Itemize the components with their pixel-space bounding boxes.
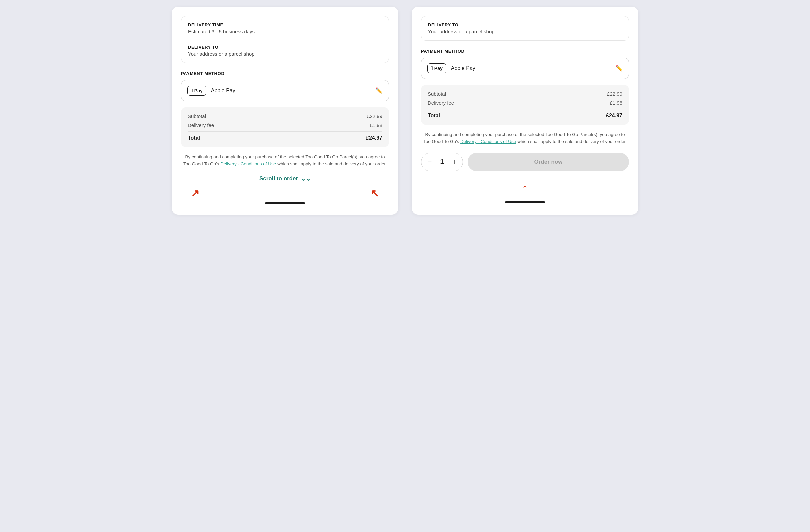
up-arrow-annotation: ↑	[421, 181, 629, 195]
payment-left-right:  Pay Apple Pay	[427, 63, 475, 73]
home-bar-left	[181, 202, 389, 204]
payment-left:  Pay Apple Pay	[187, 86, 235, 96]
page-wrapper: DELIVERY TIME Estimated 3 - 5 business d…	[172, 7, 638, 215]
arrow-left-annotation: ↗	[191, 188, 199, 198]
delivery-fee-row-right: Delivery fee £1.98	[428, 100, 622, 106]
terms-text-2-left: which shall apply to the sale and delive…	[276, 161, 387, 166]
delivery-fee-row-left: Delivery fee £1.98	[188, 122, 382, 128]
order-controls-wrapper: − 1 + Order now ↑	[421, 153, 629, 195]
payment-method-title-right: PAYMENT METHOD	[421, 49, 629, 54]
apple-pay-badge-text-right: Pay	[434, 66, 443, 71]
total-value-right: £24.97	[606, 113, 622, 119]
delivery-time-block: DELIVERY TIME Estimated 3 - 5 business d…	[188, 22, 382, 34]
red-up-arrow-icon: ↑	[522, 181, 528, 195]
home-bar-right	[421, 201, 629, 203]
payment-card-right:  Pay Apple Pay ✏️	[421, 58, 629, 79]
left-panel: DELIVERY TIME Estimated 3 - 5 business d…	[172, 7, 398, 215]
subtotal-label-left: Subtotal	[188, 113, 206, 119]
subtotal-label-right: Subtotal	[428, 91, 446, 97]
delivery-section-right: DELIVERY TO Your address or a parcel sho…	[421, 16, 629, 41]
delivery-section-left: DELIVERY TIME Estimated 3 - 5 business d…	[181, 16, 389, 63]
stepper-value: 1	[436, 158, 448, 166]
apple-pay-name-left: Apple Pay	[211, 88, 235, 94]
terms-text-2-right: which shall apply to the sale and delive…	[516, 139, 627, 144]
arrow-right-annotation: ↖	[371, 188, 379, 198]
delivery-fee-label-right: Delivery fee	[428, 100, 454, 106]
total-row-right: Total £24.97	[428, 109, 622, 119]
red-arrow-right-icon: ↖	[371, 188, 379, 198]
stepper-plus-button[interactable]: +	[448, 156, 461, 168]
subtotal-value-right: £22.99	[607, 91, 622, 97]
price-summary-right: Subtotal £22.99 Delivery fee £1.98 Total…	[421, 85, 629, 125]
subtotal-row-left: Subtotal £22.99	[188, 113, 382, 119]
delivery-to-label-right: DELIVERY TO	[428, 22, 622, 27]
apple-pay-badge-text: Pay	[194, 88, 202, 93]
terms-link-left[interactable]: Delivery - Conditions of Use	[220, 161, 276, 166]
payment-card-left:  Pay Apple Pay ✏️	[181, 80, 389, 101]
edit-payment-icon-left[interactable]: ✏️	[375, 87, 383, 94]
chevron-down-icon: ⌄⌄	[301, 175, 311, 182]
red-arrow-left-icon: ↗	[191, 188, 199, 198]
apple-pay-badge-right:  Pay	[427, 63, 446, 73]
apple-pay-badge-left:  Pay	[187, 86, 206, 96]
delivery-fee-value-left: £1.98	[370, 122, 382, 128]
scroll-to-order-cta[interactable]: Scroll to order ⌄⌄	[181, 175, 389, 182]
subtotal-value-left: £22.99	[367, 113, 382, 119]
order-controls: − 1 + Order now	[421, 153, 629, 171]
scroll-cta-text: Scroll to order	[259, 175, 298, 182]
annotation-arrows-left: ↗ ↖	[181, 188, 389, 198]
terms-text-right: By continuing and completing your purcha…	[421, 131, 629, 145]
total-row-left: Total £24.97	[188, 131, 382, 141]
quantity-stepper[interactable]: − 1 +	[421, 153, 463, 171]
delivery-to-value-right: Your address or a parcel shop	[428, 29, 622, 34]
delivery-time-label: DELIVERY TIME	[188, 22, 382, 27]
total-label-right: Total	[428, 113, 440, 119]
delivery-to-value-left: Your address or a parcel shop	[188, 51, 382, 57]
divider	[188, 40, 382, 40]
right-panel: DELIVERY TO Your address or a parcel sho…	[412, 7, 638, 215]
subtotal-row-right: Subtotal £22.99	[428, 91, 622, 97]
delivery-to-label-left: DELIVERY TO	[188, 45, 382, 50]
total-value-left: £24.97	[366, 135, 382, 141]
price-summary-left: Subtotal £22.99 Delivery fee £1.98 Total…	[181, 107, 389, 147]
payment-method-title-left: PAYMENT METHOD	[181, 71, 389, 76]
apple-logo-icon: 	[191, 88, 193, 94]
terms-link-right[interactable]: Delivery - Conditions of Use	[460, 139, 516, 144]
order-now-button[interactable]: Order now	[468, 153, 629, 171]
apple-logo-icon-right: 	[431, 65, 433, 71]
delivery-fee-value-right: £1.98	[610, 100, 622, 106]
edit-payment-icon-right[interactable]: ✏️	[615, 65, 623, 72]
delivery-fee-label-left: Delivery fee	[188, 122, 214, 128]
apple-pay-name-right: Apple Pay	[451, 65, 475, 71]
total-label-left: Total	[188, 135, 200, 141]
terms-text-left: By continuing and completing your purcha…	[181, 154, 389, 168]
delivery-time-value: Estimated 3 - 5 business days	[188, 29, 382, 34]
stepper-minus-button[interactable]: −	[423, 156, 436, 168]
